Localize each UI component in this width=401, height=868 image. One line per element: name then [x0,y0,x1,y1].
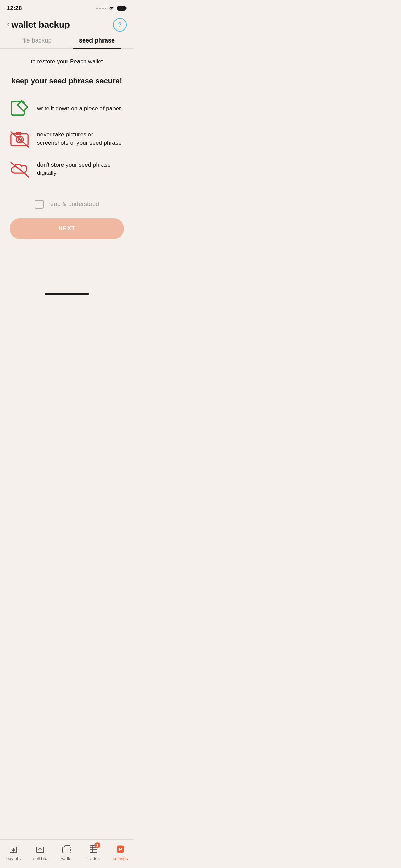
tip-no-pictures: never take pictures or screenshots of yo… [10,129,124,149]
tip-no-pictures-text: never take pictures or screenshots of yo… [37,131,124,147]
next-button[interactable]: NEXT [10,218,124,239]
tip-write-down: write it down on a piece of paper [10,98,124,119]
tab-bar: file backup seed phrase [0,37,134,49]
edit-icon [10,98,30,119]
battery-icon [117,6,127,11]
no-cloud-icon [10,159,30,179]
tip-no-digital: don't store your seed phrase digitally [10,159,124,179]
checkbox-row: read & understood [10,200,124,209]
wifi-icon [108,6,115,11]
no-camera-icon [10,129,30,149]
bottom-section: read & understood NEXT [0,179,134,246]
help-button[interactable]: ? [113,18,127,32]
help-icon: ? [118,21,122,28]
page-title: wallet backup [11,20,70,30]
read-understood-label: read & understood [48,201,99,208]
svg-rect-1 [118,7,125,10]
tab-file-backup[interactable]: file backup [7,37,67,48]
tip-no-digital-text: don't store your seed phrase digitally [37,161,124,177]
svg-rect-2 [126,7,127,9]
read-understood-checkbox[interactable] [35,200,44,209]
tips-list: write it down on a piece of paper never … [10,98,124,179]
header-left: ‹ wallet backup [7,20,70,30]
status-icons [96,6,127,11]
header: ‹ wallet backup ? [0,14,134,37]
status-time: 12:28 [7,5,22,12]
tab-seed-phrase[interactable]: seed phrase [67,37,127,48]
tip-write-down-text: write it down on a piece of paper [37,105,121,113]
home-indicator [45,293,89,295]
signal-dots-icon [96,8,106,9]
status-bar: 12:28 [0,0,134,14]
secure-title: keep your seed phrase secure! [10,76,124,86]
restore-text: to restore your Peach wallet [10,58,124,65]
main-content: to restore your Peach wallet keep your s… [0,49,134,179]
back-button[interactable]: ‹ [7,20,9,29]
